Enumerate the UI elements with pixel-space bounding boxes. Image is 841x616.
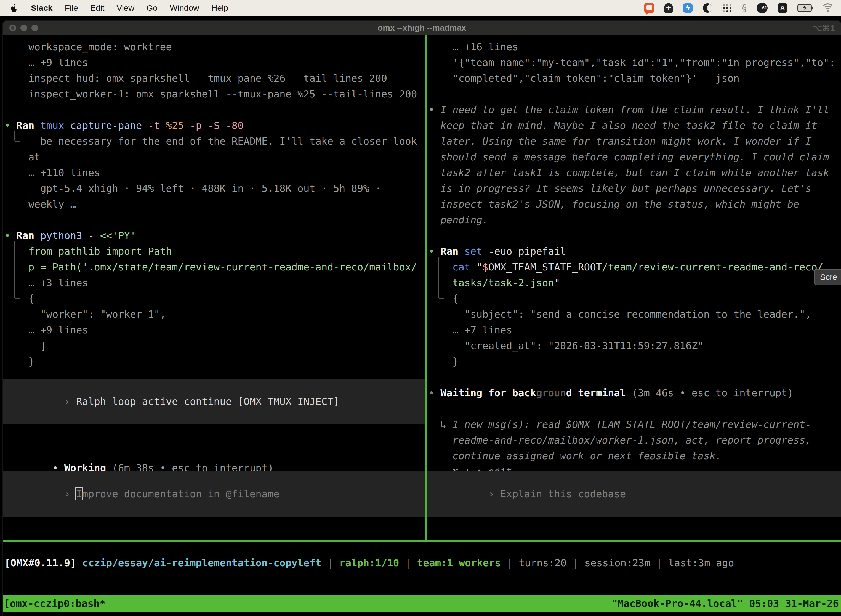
terminal-line: • Ran python3 - <<'PY' [4, 228, 425, 243]
chat-app-icon[interactable] [644, 3, 654, 13]
terminal-segment: | [405, 557, 417, 569]
terminal-segment: ] [4, 340, 46, 351]
terminal-segment: p = Path('.omx/state/team/review-current… [4, 261, 417, 273]
terminal-line: • Ran tmux capture-pane -t %25 -p -S -80 [4, 117, 425, 133]
terminal-segment: Ran [440, 246, 464, 257]
terminal-segment: d terminal [566, 387, 632, 399]
menu-view[interactable]: View [116, 3, 134, 13]
terminal-segment: gpt-5.4 xhigh · 94% left · 488K in · 5.1… [4, 183, 381, 194]
left-prompt-bar[interactable]: › Improve documentation in @filename [3, 471, 425, 517]
terminal-segment: pending. [428, 214, 488, 226]
terminal-line: … +3 lines [4, 275, 425, 290]
terminal-segment: - [88, 230, 100, 241]
terminal-segment: keep that in mind. Maybe I also need the… [428, 120, 817, 131]
terminal-line: continue assigned work or next feasible … [428, 448, 841, 463]
pane-divider-horizontal[interactable] [3, 540, 841, 542]
tmux-session-label[interactable]: [omx-cczip0:bash* [4, 598, 105, 609]
terminal-segment: Ran [16, 120, 40, 131]
terminal-segment: inspect task2's JSON, focusing on the st… [428, 198, 799, 210]
right-pane-lines: … +16 lines '{"team_name":"my-team","tas… [428, 39, 841, 480]
terminal-segment: I need to get the claim token from the c… [440, 104, 829, 115]
terminal-line: is in progress? It seems likely but perh… [428, 180, 841, 196]
terminal-segment: … +110 lines [4, 167, 100, 178]
terminal-segment: readme-and-reco/mailbox/worker-1.json, a… [428, 434, 811, 446]
terminal-line: task2 after task1 is complete, but can I… [428, 165, 841, 180]
terminal-segment: inspect_worker-1: omx sparkshell --tmux-… [4, 88, 417, 100]
wifi-icon[interactable] [822, 3, 834, 13]
terminal-line: later. Using the same for transition mig… [428, 133, 841, 149]
squiggle-icon[interactable]: § [742, 3, 747, 13]
terminal-line: "created_at": "2026-03-31T11:59:27.816Z" [428, 338, 841, 353]
terminal-line: ] [4, 338, 425, 353]
terminal-line [428, 228, 841, 243]
screen-tooltip: Scre [814, 269, 841, 285]
terminal-segment: should send a message before completing … [428, 151, 829, 163]
terminal-segment: | [656, 557, 668, 569]
menu-edit[interactable]: Edit [90, 3, 105, 13]
terminal-segment: "subject": "send a concise recommendatio… [428, 308, 811, 320]
terminal-segment: from pathlib import Path [4, 246, 172, 257]
window-shortcut: ⌥⌘1 [813, 23, 835, 33]
terminal-line [428, 401, 841, 417]
terminal-segment: capture-pane [70, 120, 148, 131]
terminal-segment: • [428, 104, 440, 115]
apple-menu-icon[interactable] [10, 3, 19, 13]
shield-icon[interactable] [664, 3, 673, 13]
left-pane: workspace_mode: worktree … +9 lines insp… [3, 35, 425, 540]
text-cursor[interactable]: I [75, 487, 83, 500]
terminal-segment: } [4, 356, 34, 367]
pane-divider-vertical[interactable] [425, 35, 427, 542]
battery-percent-badge[interactable]: ..61 [757, 3, 768, 13]
terminal-content: workspace_mode: worktree … +9 lines insp… [3, 35, 841, 616]
right-pane: … +16 lines '{"team_name":"my-team","tas… [427, 35, 841, 540]
terminal-segment: • [428, 246, 440, 257]
terminal-segment: • [4, 120, 16, 131]
terminal-line: from pathlib import Path [4, 243, 425, 259]
terminal-segment: -S [208, 120, 226, 131]
right-prompt-placeholder: Explain this codebase [500, 488, 626, 500]
terminal-line [4, 102, 425, 117]
terminal-segment: | [573, 557, 585, 569]
menu-file[interactable]: File [64, 3, 78, 13]
menu-window[interactable]: Window [170, 3, 199, 13]
prompt-chevron: › [488, 488, 500, 500]
terminal-segment: " [554, 277, 560, 288]
terminal-segment: • [4, 230, 16, 241]
terminal-line: readme-and-reco/mailbox/worker-1.json, a… [428, 432, 841, 448]
left-prompt-line: › Improve documentation in @filename [3, 470, 280, 518]
prompt-chevron: › [64, 396, 76, 407]
terminal-segment: … +9 lines [4, 57, 88, 68]
left-prompt-placeholder: mprove documentation in @filename [82, 488, 280, 500]
terminal-line: keep that in mind. Maybe I also need the… [428, 117, 841, 133]
keyboard-layout-badge[interactable]: A [778, 3, 787, 13]
menu-go[interactable]: Go [147, 3, 158, 13]
zoom-button[interactable] [31, 25, 38, 31]
dot-grid-icon[interactable] [722, 3, 732, 13]
moon-circle-icon[interactable] [703, 3, 712, 13]
terminal-line: inspect_worker-1: omx sparkshell --tmux-… [4, 86, 425, 102]
terminal-line: pending. [428, 212, 841, 228]
terminal-segment: Waiting for back [440, 387, 536, 399]
omx-status-line: [OMX#0.11.9] cczip/essay/ai-reimplementa… [3, 542, 841, 571]
output-connector [438, 257, 444, 299]
terminal-line: "worker": "worker-1", [4, 307, 425, 322]
close-button[interactable] [9, 25, 16, 31]
terminal-segment: -t [148, 120, 166, 131]
tmux-host-clock: "MacBook-Pro-44.local" 05:03 31-Mar-26 [611, 598, 839, 609]
battery-icon[interactable]: ϟ [797, 4, 812, 12]
app-menu-slack[interactable]: Slack [31, 3, 53, 13]
terminal-line: { [428, 290, 841, 307]
terminal-line: workspace_mode: worktree [4, 39, 425, 55]
minimize-button[interactable] [21, 25, 27, 31]
terminal-segment: … +7 lines [428, 324, 512, 336]
menu-help[interactable]: Help [211, 3, 229, 13]
terminal-line: … +9 lines [4, 322, 425, 338]
terminal-segment: task2 after task1 is complete, but can I… [428, 167, 829, 178]
window-title-bar[interactable]: omx --xhigh --madmax ⌥⌘1 [3, 21, 841, 35]
terminal-line: should send a message before completing … [428, 149, 841, 165]
ralph-loop-text: Ralph loop active continue [OMX_TMUX_INJ… [76, 396, 339, 407]
right-prompt-bar[interactable]: › Explain this codebase [427, 471, 841, 517]
bolt-badge-icon[interactable]: ϟ [683, 3, 693, 13]
terminal-line: weekly … [4, 196, 425, 212]
terminal-segment: tasks/task-2.json [428, 277, 554, 288]
